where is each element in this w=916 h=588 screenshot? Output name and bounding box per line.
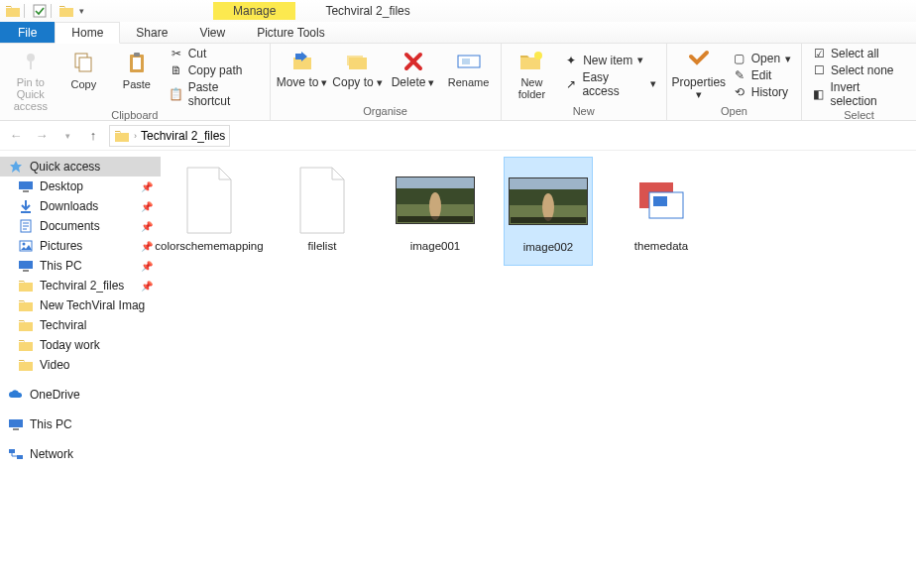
rename-button[interactable]: Rename	[443, 46, 495, 105]
nav-item[interactable]: Video	[0, 355, 161, 375]
nav-item-label: Documents	[40, 219, 100, 233]
copy-button[interactable]: Copy	[59, 48, 109, 107]
copy-to-button[interactable]: Copy to ▾	[332, 46, 384, 105]
scissors-icon: ✂	[170, 47, 183, 60]
nav-this-pc[interactable]: This PC	[0, 414, 161, 434]
nav-item[interactable]: Pictures📌	[0, 236, 161, 256]
svg-point-9	[534, 52, 542, 59]
paste-icon	[122, 50, 152, 77]
nav-item[interactable]: Techviral 2_files📌	[0, 276, 161, 295]
tab-share[interactable]: Share	[120, 22, 183, 43]
svg-point-26	[429, 192, 441, 220]
file-thumbnail	[396, 161, 475, 240]
rename-icon	[454, 48, 484, 75]
nav-item[interactable]: Downloads📌	[0, 196, 161, 216]
pictures-icon	[18, 239, 34, 253]
select-all-button[interactable]: ☑Select all	[808, 46, 910, 61]
file-thumbnail	[509, 162, 588, 241]
paste-shortcut-button[interactable]: 📋Paste shortcut	[166, 79, 264, 109]
nav-up-button[interactable]: ↑	[83, 126, 103, 146]
invert-icon: ◧	[812, 87, 825, 101]
nav-recent-dropdown[interactable]: ▾	[57, 126, 77, 146]
svg-rect-25	[396, 176, 475, 188]
titlebar: ▾ Manage Techviral 2_files	[0, 0, 916, 22]
nav-item-label: This PC	[40, 259, 82, 273]
delete-button[interactable]: Delete ▾	[388, 46, 439, 105]
downloads-icon	[18, 199, 34, 213]
file-item[interactable]: themedata	[617, 157, 706, 266]
nav-forward-button[interactable]: →	[32, 126, 52, 146]
nav-item[interactable]: New TechViral Imag	[0, 295, 161, 315]
file-item[interactable]: image002	[504, 157, 593, 266]
file-label: themedata	[632, 240, 690, 253]
open-icon: ▢	[733, 52, 746, 65]
nav-item-label: Pictures	[40, 239, 82, 253]
cut-button[interactable]: ✂Cut	[166, 46, 264, 61]
tab-view[interactable]: View	[183, 22, 241, 43]
invert-selection-button[interactable]: ◧Invert selection	[808, 79, 910, 109]
nav-item[interactable]: This PC📌	[0, 256, 161, 276]
context-tab-manage[interactable]: Manage	[213, 2, 295, 20]
svg-rect-19	[9, 419, 23, 427]
tab-picture-tools[interactable]: Picture Tools	[241, 22, 340, 43]
nav-item-label: Today work	[40, 338, 100, 352]
separator	[24, 4, 25, 18]
pin-icon: 📌	[141, 281, 153, 292]
new-folder-button[interactable]: New folder	[508, 46, 557, 105]
pin-icon: 📌	[141, 241, 153, 252]
paste-button[interactable]: Paste	[112, 48, 162, 107]
path-icon: 🗎	[170, 63, 183, 77]
file-item[interactable]: filelist	[278, 157, 367, 266]
tab-file[interactable]: File	[0, 22, 55, 43]
svg-rect-31	[509, 177, 588, 189]
chevron-right-icon: ›	[134, 131, 137, 141]
save-icon[interactable]	[31, 3, 49, 19]
edit-button[interactable]: ✎Edit	[729, 67, 795, 83]
shortcut-icon: 📋	[170, 87, 183, 101]
qat-dropdown-icon[interactable]: ▾	[79, 6, 84, 16]
pin-to-quick-access-button: Pin to Quick access	[6, 48, 56, 107]
delete-icon	[399, 48, 428, 75]
move-to-button[interactable]: Move to ▾	[277, 46, 328, 105]
nav-onedrive[interactable]: OneDrive	[0, 385, 161, 405]
folder-icon	[18, 298, 34, 312]
select-none-icon: ☐	[812, 63, 826, 77]
tab-home[interactable]: Home	[55, 22, 120, 44]
breadcrumb-segment[interactable]: Techviral 2_files	[141, 129, 225, 143]
history-button[interactable]: ⟲History	[729, 84, 795, 100]
file-item[interactable]: image001	[391, 157, 480, 266]
nav-item[interactable]: Desktop📌	[0, 176, 161, 196]
select-all-icon: ☑	[812, 47, 826, 60]
properties-button[interactable]: Properties ▾	[673, 46, 725, 105]
folder-icon	[18, 358, 34, 372]
ribbon-tabs: File Home Share View Picture Tools	[0, 22, 916, 44]
open-button[interactable]: ▢Open ▾	[729, 51, 795, 66]
quick-access-header[interactable]: Quick access	[0, 157, 161, 176]
file-item[interactable]: colorschememapping	[165, 157, 254, 266]
nav-item[interactable]: Documents📌	[0, 216, 161, 236]
move-icon	[287, 48, 317, 75]
nav-item-label: New TechViral Imag	[40, 298, 145, 312]
file-label: colorschememapping	[153, 240, 265, 253]
select-none-button[interactable]: ☐Select none	[808, 62, 910, 78]
nav-item[interactable]: Today work	[0, 335, 161, 355]
nav-item[interactable]: Techviral	[0, 315, 161, 335]
cloud-icon	[8, 388, 24, 402]
nav-back-button[interactable]: ←	[6, 126, 26, 146]
window-title: Techviral 2_files	[325, 4, 409, 18]
easy-access-button[interactable]: ↗Easy access ▾	[560, 69, 660, 99]
file-label: filelist	[306, 240, 339, 253]
file-view[interactable]: colorschememappingfilelistimage001image0…	[161, 151, 916, 588]
pin-icon: 📌	[141, 181, 153, 192]
copy-path-button[interactable]: 🗎Copy path	[166, 62, 264, 78]
network-icon	[8, 447, 24, 461]
new-item-button[interactable]: ✦New item ▾	[560, 53, 660, 68]
breadcrumb: ← → ▾ ↑ › Techviral 2_files	[0, 121, 916, 151]
svg-rect-8	[462, 59, 470, 64]
address-bar[interactable]: › Techviral 2_files	[109, 125, 230, 147]
ribbon-group-new: New folder ✦New item ▾ ↗Easy access ▾ Ne…	[502, 44, 667, 120]
nav-network[interactable]: Network	[0, 444, 161, 464]
group-label: Open	[721, 105, 747, 118]
ribbon-group-clipboard: Pin to Quick access Copy Paste ✂Cut 🗎Cop…	[0, 44, 271, 120]
folder-icon	[114, 129, 130, 143]
